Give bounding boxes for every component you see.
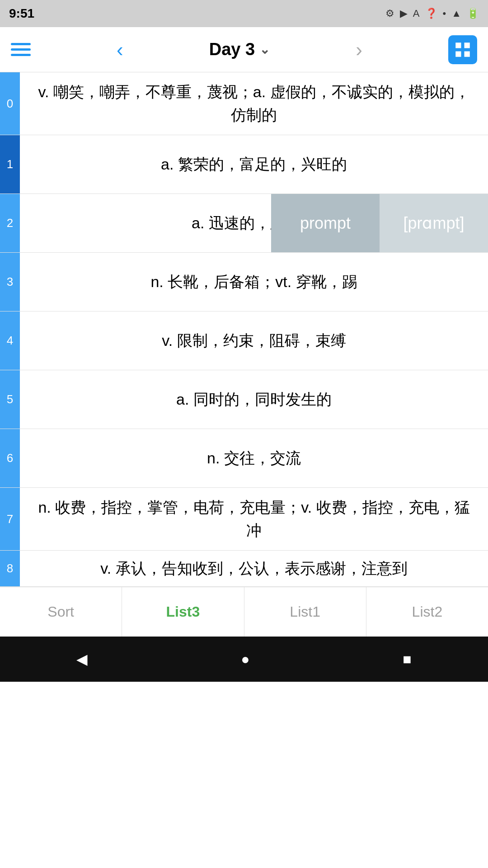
- word-row[interactable]: 3 n. 长靴，后备箱；vt. 穿靴，踢: [0, 253, 488, 311]
- word-row[interactable]: 4 v. 限制，约束，阻碍，束缚: [0, 311, 488, 370]
- signal-icon: ▲: [451, 8, 461, 19]
- a-icon: A: [413, 8, 420, 19]
- forward-button[interactable]: ›: [356, 38, 362, 61]
- svg-rect-0: [455, 42, 461, 48]
- svg-rect-2: [455, 51, 461, 57]
- row-index-7: 7: [0, 488, 20, 550]
- row-definition-1: a. 繁荣的，富足的，兴旺的: [20, 135, 488, 193]
- row-index-0: 0: [0, 72, 20, 135]
- menu-button[interactable]: [11, 43, 31, 56]
- status-bar: 9:51 ⚙ ▶ A ❓ • ▲ 🔋: [0, 0, 488, 27]
- word-row[interactable]: 1 a. 繁荣的，富足的，兴旺的: [0, 135, 488, 194]
- android-back-button[interactable]: ◀: [76, 651, 88, 668]
- wifi-icon: ❓: [425, 8, 437, 19]
- status-time: 9:51: [9, 6, 34, 21]
- row-definition-6: n. 交往，交流: [20, 429, 488, 487]
- battery-icon: 🔋: [467, 8, 479, 19]
- row-index-1: 1: [0, 135, 20, 193]
- row-index-6: 6: [0, 429, 20, 487]
- word-row[interactable]: 5 a. 同时的，同时发生的: [0, 370, 488, 429]
- tab-list3[interactable]: List3: [122, 587, 244, 637]
- word-row-partial[interactable]: 8 v. 承认，告知收到，公认，表示感谢，注意到: [0, 551, 488, 587]
- back-button[interactable]: ‹: [117, 40, 123, 60]
- play-icon: ▶: [400, 8, 408, 19]
- row-index-3: 3: [0, 253, 20, 311]
- status-icons: ⚙ ▶ A ❓ • ▲ 🔋: [385, 8, 479, 19]
- row-index-8: 8: [0, 551, 20, 586]
- word-row[interactable]: 7 n. 收费，指控，掌管，电荷，充电量；v. 收费，指控，充电，猛冲: [0, 488, 488, 551]
- word-row[interactable]: 6 n. 交往，交流: [0, 429, 488, 488]
- row-definition-0: v. 嘲笑，嘲弄，不尊重，蔑视；a. 虚假的，不诚实的，模拟的，仿制的: [20, 72, 488, 135]
- bottom-tab-bar: Sort List3 List1 List2: [0, 587, 488, 637]
- row-definition-8: v. 承认，告知收到，公认，表示感谢，注意到: [20, 551, 488, 586]
- day-title-text: Day 3: [209, 40, 255, 59]
- word-popup[interactable]: prompt [prɑmpt]: [271, 194, 488, 252]
- tab-list1[interactable]: List1: [244, 587, 366, 637]
- word-row[interactable]: 0 v. 嘲笑，嘲弄，不尊重，蔑视；a. 虚假的，不诚实的，模拟的，仿制的: [0, 72, 488, 135]
- chevron-down-icon: ⌄: [259, 42, 270, 57]
- popup-phonetic: [prɑmpt]: [380, 194, 488, 252]
- android-recent-button[interactable]: ■: [403, 651, 411, 668]
- popup-word: prompt: [271, 194, 380, 252]
- tab-list2[interactable]: List2: [366, 587, 488, 637]
- row-index-5: 5: [0, 370, 20, 429]
- row-index-4: 4: [0, 311, 20, 370]
- android-nav-bar: ◀ ● ■: [0, 637, 488, 682]
- tab-sort[interactable]: Sort: [0, 587, 122, 637]
- row-definition-3: n. 长靴，后备箱；vt. 穿靴，踢: [20, 253, 488, 311]
- word-list: 0 v. 嘲笑，嘲弄，不尊重，蔑视；a. 虚假的，不诚实的，模拟的，仿制的 1 …: [0, 72, 488, 587]
- grid-icon: [453, 40, 472, 59]
- row-definition-7: n. 收费，指控，掌管，电荷，充电量；v. 收费，指控，充电，猛冲: [20, 488, 488, 550]
- row-definition-4: v. 限制，约束，阻碍，束缚: [20, 311, 488, 370]
- row-definition-5: a. 同时的，同时发生的: [20, 370, 488, 429]
- svg-rect-3: [464, 51, 469, 57]
- settings-icon: ⚙: [385, 8, 394, 19]
- dot-icon: •: [443, 8, 446, 19]
- top-nav: ‹ Day 3 ⌄ ›: [0, 27, 488, 72]
- android-home-button[interactable]: ●: [241, 651, 249, 668]
- row-index-2: 2: [0, 194, 20, 252]
- word-row-popup[interactable]: 2 a. 迅速的，及时的 prompt [prɑmpt]: [0, 194, 488, 253]
- svg-rect-1: [464, 42, 469, 48]
- grid-view-button[interactable]: [448, 35, 477, 64]
- day-title[interactable]: Day 3 ⌄: [209, 40, 270, 59]
